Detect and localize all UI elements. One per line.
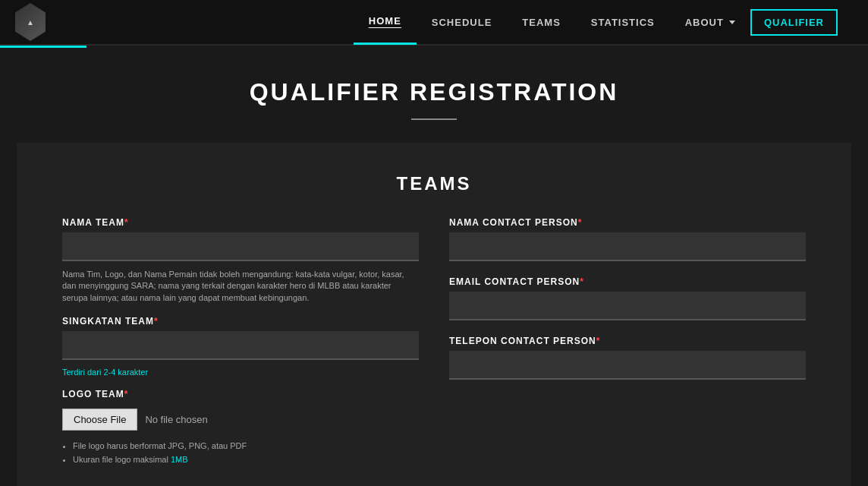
nav-link-statistics[interactable]: STATISTICS [576,0,670,45]
file-rules-list: File logo harus berformat JPG, PNG, atau… [62,440,419,466]
hint-singkatan-team: Terdiri dari 2-4 karakter [62,368,419,377]
file-rule-2: Ukuran file logo maksimal 1MB [73,453,419,467]
nav-logo: ▲ [15,3,46,41]
required-marker-2: * [154,316,159,327]
navbar: ▲ HOME SCHEDULE TEAMS STATISTICS ABOUT Q… [0,0,868,46]
field-nama-team: NAMA TEAM* Nama Tim, Logo, dan Nama Pema… [62,217,419,304]
note-nama-team: Nama Tim, Logo, dan Nama Pemain tidak bo… [62,269,419,304]
required-marker-3: * [124,389,129,399]
page-content: QUALIFIER REGISTRATION TEAMS NAMA TEAM* … [0,48,868,486]
field-singkatan-team: SINGKATAN TEAM* Terdiri dari 2-4 karakte… [62,316,419,377]
input-nama-team[interactable] [62,232,419,261]
file-rule-1: File logo harus berformat JPG, PNG, atau… [73,440,419,453]
label-nama-team: NAMA TEAM* [62,217,419,228]
form-left-col: NAMA TEAM* Nama Tim, Logo, dan Nama Pema… [62,217,419,466]
field-telepon-contact: TELEPON CONTACT PERSON* [449,336,806,380]
input-singkatan-team[interactable] [62,331,419,360]
required-marker-5: * [580,276,584,287]
chevron-down-icon [729,21,735,24]
choose-file-button[interactable]: Choose File [62,409,137,431]
nav-links: HOME SCHEDULE TEAMS STATISTICS ABOUT QUA… [354,0,838,45]
page-title: QUALIFIER REGISTRATION [15,78,853,106]
form-grid: NAMA TEAM* Nama Tim, Logo, dan Nama Pema… [62,217,806,466]
file-chosen-text: No file chosen [145,414,207,425]
label-nama-contact: NAMA CONTACT PERSON* [449,217,806,228]
label-telepon-contact: TELEPON CONTACT PERSON* [449,336,806,346]
nav-link-home[interactable]: HOME [354,0,417,45]
input-telepon-contact[interactable] [449,351,806,380]
required-marker-4: * [578,217,583,228]
form-section-title: TEAMS [62,173,806,194]
input-email-contact[interactable] [449,292,806,320]
required-marker-6: * [596,336,601,346]
field-nama-contact: NAMA CONTACT PERSON* [449,217,806,261]
file-upload-row: Choose File No file chosen [62,409,419,431]
qualifier-button[interactable]: QUALIFIER [750,9,838,36]
nav-link-about[interactable]: ABOUT [670,0,750,45]
field-email-contact: EMAIL CONTACT PERSON* [449,276,806,320]
label-email-contact: EMAIL CONTACT PERSON* [449,276,806,287]
input-nama-contact[interactable] [449,232,806,261]
label-logo-team: LOGO TEAM* [62,389,419,399]
title-divider [411,118,457,120]
required-marker: * [124,217,129,228]
form-right-col: NAMA CONTACT PERSON* EMAIL CONTACT PERSO… [449,217,806,466]
field-logo-team: LOGO TEAM* Choose File No file chosen Fi… [62,389,419,466]
nav-link-schedule[interactable]: SCHEDULE [417,0,508,45]
form-container: TEAMS NAMA TEAM* Nama Tim, Logo, dan Nam… [17,143,851,486]
label-singkatan-team: SINGKATAN TEAM* [62,316,419,327]
nav-link-teams[interactable]: TEAMS [507,0,576,45]
